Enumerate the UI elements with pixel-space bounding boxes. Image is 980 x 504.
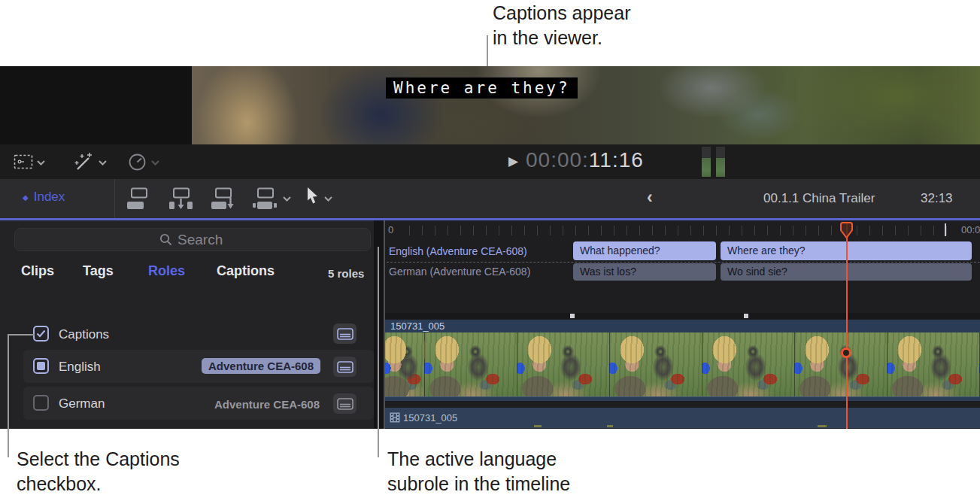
timecode-seconds-frames: 11:16 [589,148,644,172]
video-clip-title-bar[interactable]: 150731_005 [385,320,980,332]
audio-meter-right [716,147,725,177]
search-field[interactable] [14,228,371,251]
project-duration: 32:13 [921,191,953,206]
checkmark-icon [36,329,46,338]
waveform-hint [818,425,827,427]
audio-meter-left [702,147,711,177]
retime-speedometer-icon[interactable] [128,153,147,172]
english-captions-display-button[interactable] [333,357,357,377]
enhance-chevron-icon[interactable] [99,160,107,165]
video-clip-bottom-bar [385,396,980,401]
audio-meters[interactable] [702,147,725,177]
edit-options-chevron-icon[interactable] [283,196,291,202]
tab-roles[interactable]: Roles [148,263,185,279]
captions-display-button[interactable] [333,323,357,344]
diamond-icon: ◆ [23,193,29,202]
waveform-hint [607,425,613,427]
german-checkbox[interactable] [33,395,49,411]
subrole-annotation: The active language subrole in the timel… [387,447,636,496]
trim-tool-chevron-icon[interactable] [37,160,45,165]
play-icon[interactable]: ▶ [508,154,518,169]
caption-monitor-icon [337,328,353,340]
playhead-handle[interactable] [841,348,851,358]
viewer-annotation-line1: Captions appear [493,1,673,26]
role-label-captions: Captions [59,327,109,342]
filmstrip-frame [425,332,517,396]
viewer-video-frame [192,66,980,144]
german-lane-label: German (Adventure CEA-608) [389,266,530,278]
checkbox-annotation-line1: Select the Captions [17,447,242,472]
captions-checkbox[interactable] [33,326,49,342]
checkbox-mixed-fill [37,362,45,370]
timecode-display[interactable]: 00:00:11:16 [526,148,644,172]
enhance-wand-icon[interactable] [73,151,94,172]
clip-marker [744,314,748,318]
role-label-german: German [59,396,105,411]
tab-captions[interactable]: Captions [217,263,275,279]
timecode-hours-minutes: 00:00: [526,148,589,172]
video-clip-filmstrip[interactable] [385,332,980,396]
playhead-line[interactable] [846,222,848,429]
playhead-marker[interactable] [840,222,853,239]
ruler-start-label: 0 [388,224,393,235]
project-name: 00.1.1 China Trailer [763,191,875,206]
lower-area: Clips Tags Roles Captions 5 roles Captio… [0,220,980,429]
german-subrole-text: Adventure CEA-608 [202,398,320,411]
insert-clip-button[interactable] [167,187,194,210]
filmstrip-frame [702,332,795,396]
search-input[interactable] [177,232,226,248]
timeline-toolbar: ◆ Index [0,179,980,218]
search-icon [159,233,172,246]
filmstrip-frame [887,332,980,396]
caption-monitor-icon [337,398,353,410]
caption-clip-german-1[interactable]: Was ist los? [573,263,716,281]
caption-clip-english-1[interactable]: What happened? [573,241,716,260]
filmstrip-frame [385,332,425,396]
checkbox-annotation-line2: checkbox. [17,472,242,496]
overwrite-clip-button[interactable] [209,187,236,210]
filmstrip-frame [517,332,610,396]
filmstrip-frame [795,332,887,396]
viewer-annotation-line2: in the viewer. [493,26,673,50]
viewer-caption-overlay: Where are they? [386,77,578,99]
ruler-end-label: 00:0 [961,224,980,235]
checkbox-annotation: Select the Captions checkbox. [17,447,242,496]
tools-chevron-icon[interactable] [324,196,332,202]
connect-clip-button[interactable] [125,187,152,210]
timeline-index-panel: Clips Tags Roles Captions 5 roles Captio… [0,220,374,429]
callout-line-checkbox-vertical [8,334,9,457]
subrole-annotation-line2: subrole in the timeline [387,472,636,496]
filmstrip-icon [390,412,400,423]
toolbar-divider [114,179,115,218]
retime-chevron-icon[interactable] [151,160,159,165]
tab-tags[interactable]: Tags [83,263,114,279]
english-subrole-badge: Adventure CEA-608 [202,358,320,374]
viewer: Where are they? [0,66,980,144]
filmstrip-frame [610,332,702,396]
english-checkbox[interactable] [33,358,49,374]
callout-line-subrole [378,247,379,457]
lane-separator [387,262,980,263]
english-lane-label: English (Adventure CEA-608) [389,245,527,257]
app-window: Captions appear in the viewer. Where are… [0,0,980,504]
callout-line-checkbox-horizontal [8,334,35,335]
connected-clip-name: 150731_005 [403,412,457,424]
roles-count: 5 roles [328,267,364,280]
callout-line-viewer [487,35,488,66]
timeline-ruler[interactable] [397,226,955,235]
back-chevron[interactable]: ‹ [647,187,653,208]
index-button[interactable]: ◆ Index [23,190,65,205]
ruler-highlight-tick [945,223,946,236]
index-button-label: Index [34,190,65,205]
select-tool-arrow-icon[interactable] [306,187,320,205]
german-captions-display-button[interactable] [333,393,357,414]
tab-clips[interactable]: Clips [21,263,54,279]
replace-clip-button[interactable] [251,187,278,210]
viewer-annotation: Captions appear in the viewer. [493,1,673,50]
caption-monitor-icon [337,361,353,373]
viewer-toolbar: ▶ 00:00:11:16 [0,144,980,179]
waveform-hint [534,425,542,427]
role-label-english: English [59,360,101,375]
trim-tool-icon[interactable] [14,154,33,169]
connected-clip[interactable]: 150731_005 [385,408,980,428]
